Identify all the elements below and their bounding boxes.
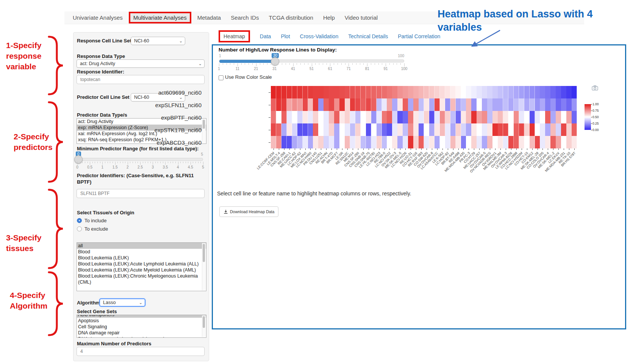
x-axis-tick bbox=[469, 148, 469, 150]
to-exclude-radio[interactable] bbox=[77, 226, 82, 231]
nav-item-multivariate-analyses[interactable]: Multivariate Analyses bbox=[129, 12, 191, 23]
tab-cross-validation[interactable]: Cross-Validation bbox=[300, 33, 339, 39]
legend-tick bbox=[591, 117, 592, 117]
option-row[interactable]: DNA damage repair, break excision repair bbox=[77, 336, 206, 338]
heatmap-cell bbox=[377, 98, 382, 111]
response-identifier-input[interactable] bbox=[77, 75, 205, 84]
heatmap-cell bbox=[535, 136, 540, 148]
slider-tick-label: 100 bbox=[401, 67, 408, 71]
tab-heatmap[interactable]: Heatmap bbox=[219, 30, 250, 42]
response-cell-line-set-select[interactable]: NCI-60 ⌄ bbox=[131, 37, 185, 45]
heatmap-cell bbox=[313, 136, 318, 148]
heatmap-cell bbox=[508, 86, 514, 98]
heatmap-cell bbox=[440, 111, 445, 123]
nav-item-video-tutorial[interactable]: Video tutorial bbox=[341, 12, 381, 23]
heatmap-cell bbox=[514, 98, 519, 111]
option-row[interactable]: Blood bbox=[77, 249, 206, 255]
option-row[interactable]: ABC transporters bbox=[77, 315, 206, 318]
slider-min-label: 1 bbox=[219, 54, 221, 58]
heatmap-cell bbox=[429, 123, 435, 136]
heatmap-cell bbox=[540, 98, 545, 111]
heatmap-cell bbox=[318, 111, 324, 123]
tab-technical-details[interactable]: Technical Details bbox=[348, 33, 388, 39]
x-axis-tick bbox=[374, 148, 374, 150]
slider-tick bbox=[349, 63, 349, 66]
nav-item-search-ids[interactable]: Search IDs bbox=[227, 12, 263, 23]
heatmap-cell bbox=[514, 123, 519, 136]
slider-minor-tick bbox=[334, 63, 334, 65]
heatmap-cell bbox=[345, 111, 350, 123]
x-axis-tick bbox=[427, 148, 427, 150]
heatmap-cell bbox=[535, 123, 540, 136]
heatmap-cell bbox=[445, 136, 450, 148]
option-row[interactable]: Apoptosis bbox=[77, 318, 206, 324]
row-label[interactable]: expBPTF_nci60 bbox=[161, 114, 202, 120]
heatmap-cell bbox=[371, 136, 377, 148]
gene-sets-listbox[interactable]: ABC transportersApoptosisCell SignalingD… bbox=[77, 315, 206, 338]
scrollbar[interactable] bbox=[202, 315, 206, 337]
tab-plot[interactable]: Plot bbox=[281, 33, 290, 39]
row-label[interactable]: expSTK17B_nci60 bbox=[155, 126, 202, 133]
heatmap-cell bbox=[303, 136, 308, 148]
slider-max-label: 5 bbox=[201, 152, 203, 156]
heatmap-cell bbox=[276, 136, 281, 148]
x-axis-tick bbox=[363, 148, 364, 150]
row-label[interactable]: expSLFN11_nci60 bbox=[155, 101, 202, 108]
option-row[interactable]: Blood:Leukemia (LEUK):Acute Lymphoid Leu… bbox=[77, 261, 206, 267]
annotation-step-2: 2-Specify predictors bbox=[14, 131, 53, 153]
tab-partial-correlation[interactable]: Partial Correlation bbox=[398, 33, 440, 39]
heatmap-cell bbox=[535, 111, 540, 123]
nav-item-tcga-distribution[interactable]: TCGA distribution bbox=[265, 12, 317, 23]
heatmap-cell bbox=[334, 86, 339, 98]
camera-icon[interactable] bbox=[592, 85, 598, 90]
response-data-type-select[interactable]: act: Drug Activity ⌄ bbox=[77, 59, 205, 68]
nav-item-help[interactable]: Help bbox=[319, 12, 339, 23]
heatmap-cell bbox=[392, 86, 397, 98]
lines-slider[interactable]: 1 100 30 1112131415161718191100 bbox=[219, 53, 404, 70]
use-row-color-scale-checkbox[interactable] bbox=[219, 75, 224, 80]
heatmap-cell bbox=[424, 111, 429, 123]
option-row[interactable]: all bbox=[77, 243, 206, 249]
row-label[interactable]: expABCD3_nci60 bbox=[157, 139, 202, 145]
heatmap-cell bbox=[345, 86, 350, 98]
x-axis-tick bbox=[553, 148, 553, 150]
min-predictor-range-slider[interactable]: 0 5 00.511.522.533.544.55 bbox=[77, 151, 203, 167]
x-axis-tick bbox=[347, 148, 348, 150]
option-row[interactable]: Blood:Leukemia (LEUK):Acute Myeloid Leuk… bbox=[77, 267, 206, 273]
slider-tick-label: 3.5 bbox=[163, 165, 168, 169]
row-label[interactable]: act609699_nci60 bbox=[158, 89, 202, 95]
heatmap-cell bbox=[355, 136, 361, 148]
heatmap-cell bbox=[435, 123, 440, 136]
nav-item-metadata[interactable]: Metadata bbox=[194, 12, 225, 23]
heatmap-cell bbox=[387, 86, 392, 98]
download-heatmap-data-button[interactable]: Download Heatmap Data bbox=[219, 206, 278, 217]
scrollbar[interactable] bbox=[202, 119, 206, 143]
nav-item-univariate-analyses[interactable]: Univariate Analyses bbox=[69, 12, 127, 23]
slider-minor-tick bbox=[286, 63, 286, 65]
heatmap-cell bbox=[287, 136, 292, 148]
slider-minor-tick bbox=[117, 162, 118, 163]
heatmap-cell bbox=[392, 136, 397, 148]
heatmap-cell bbox=[519, 123, 524, 136]
slider-tick-label: 61 bbox=[328, 67, 332, 71]
tab-data[interactable]: Data bbox=[260, 33, 271, 39]
option-row[interactable]: Cell Signaling bbox=[77, 324, 206, 330]
predictor-identifiers-input[interactable] bbox=[77, 189, 205, 198]
heatmap-cell bbox=[281, 98, 287, 111]
to-include-radio[interactable] bbox=[77, 218, 82, 223]
heatmap-cell bbox=[556, 98, 561, 111]
option-row[interactable]: Blood:Leukemia (LEUK):Chronic Myelogenou… bbox=[77, 273, 206, 285]
slider-minor-tick bbox=[271, 63, 271, 65]
option-row[interactable]: DNA damage repair bbox=[77, 330, 206, 336]
slider-tick-label: 0.5 bbox=[87, 165, 92, 169]
heatmap[interactable]: act609699_nci60expSLFN11_nci60expBPTF_nc… bbox=[271, 86, 577, 148]
tissue-listbox[interactable]: allBloodBlood:Leukemia (LEUK)Blood:Leuke… bbox=[77, 242, 206, 291]
heatmap-cell bbox=[292, 86, 297, 98]
heatmap-cell bbox=[566, 98, 572, 111]
slider-tick bbox=[102, 162, 103, 165]
max-predictors-input[interactable] bbox=[77, 347, 205, 356]
heatmap-cell bbox=[361, 98, 366, 111]
option-row[interactable]: Blood:Leukemia (LEUK) bbox=[77, 255, 206, 261]
scrollbar[interactable] bbox=[202, 243, 206, 290]
algorithm-select[interactable]: Lasso ⌄ bbox=[99, 298, 145, 307]
